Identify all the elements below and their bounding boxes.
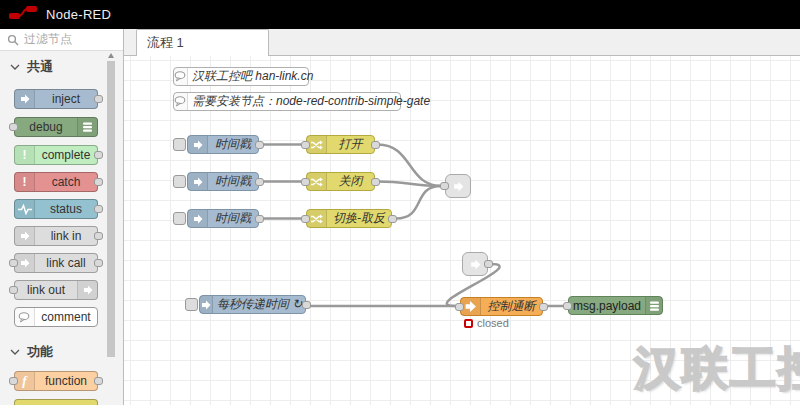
port[interactable] [94,205,103,213]
status-pulse-icon [15,200,35,218]
port[interactable] [539,303,548,311]
port[interactable] [94,259,103,267]
search-icon [7,34,19,46]
port[interactable] [301,178,310,186]
palette-node-complete[interactable]: ! complete [14,145,98,165]
change-node-open[interactable]: 打开 [306,135,375,154]
palette-category-common[interactable]: 共通 [0,57,123,77]
port[interactable] [440,182,449,190]
catch-exclamation-icon: ! [15,173,35,191]
palette-node-label: catch [35,173,97,191]
port[interactable] [371,178,380,186]
search-placeholder: 过滤节点 [24,31,72,48]
wire[interactable] [396,186,441,219]
link-out-node[interactable] [445,174,471,198]
scroll-up-icon[interactable] [108,53,114,58]
palette-node-partial[interactable] [14,399,98,405]
wire[interactable] [378,145,441,187]
palette-node-comment[interactable]: comment [14,307,98,327]
inject-arrow-icon [200,296,213,313]
change-label: 打开 [327,136,374,153]
palette-node-label: link in [35,227,97,245]
gate-node[interactable]: 控制通断 [460,297,543,316]
port[interactable] [255,215,264,223]
palette-node-status[interactable]: status [14,199,98,219]
inject-arrow-icon [188,173,208,190]
port[interactable] [9,259,18,267]
inject-label: 时间戳 [208,173,258,190]
port[interactable] [371,141,380,149]
link-arrow-icon [15,227,35,245]
inject-node[interactable]: 时间戳 [187,135,259,154]
gate-arrow-icon [461,298,481,315]
palette-node-label: function [35,372,97,390]
inject-button[interactable] [173,212,186,225]
palette-scrollbar[interactable] [106,53,116,405]
palette-search-input[interactable]: 过滤节点 [0,29,123,51]
palette-node-link-in[interactable]: link in [14,226,98,246]
inject-arrow-icon [188,210,208,227]
flow-canvas[interactable]: 汉联工控吧 han-link.cn 需要安装节点：node-red-contri… [124,56,800,405]
port[interactable] [94,95,103,103]
workspace-tabbar: 流程 1 [124,29,800,56]
palette-category-function[interactable]: 功能 [0,342,123,362]
palette-node-link-call[interactable]: link call [14,253,98,273]
port[interactable] [9,123,18,131]
comment-label: 需要安装节点：node-red-contrib-simple-gate [188,93,434,110]
link-arrow-icon [452,180,465,193]
debug-bars-icon [645,297,662,314]
comment-label: 汉联工控吧 han-link.cn [188,68,317,85]
change-label: 关闭 [327,173,374,190]
port[interactable] [455,303,464,311]
port[interactable] [255,141,264,149]
debug-node[interactable]: msg.payload [568,296,663,315]
palette-node-label: debug [15,118,77,136]
link-in-node[interactable] [462,252,488,276]
port[interactable] [94,151,103,159]
palette-node-function[interactable]: f function [14,371,98,391]
port[interactable] [94,178,103,186]
port[interactable] [9,286,18,294]
shuffle-icon [307,210,327,227]
palette-node-catch[interactable]: ! catch [14,172,98,192]
palette-node-debug[interactable]: debug [14,117,98,137]
port[interactable] [94,377,103,385]
palette-node-inject[interactable]: inject [14,89,98,109]
comment-bubble-icon [15,308,35,326]
inject-label: 时间戳 [208,210,258,227]
complete-exclamation-icon: ! [15,146,35,164]
port[interactable] [302,301,311,309]
inject-button[interactable] [173,175,186,188]
gate-label: 控制通断 [481,298,542,315]
comment-bubble-icon [174,68,188,85]
port[interactable] [255,178,264,186]
palette-node-label: complete [35,146,97,164]
port[interactable] [301,141,310,149]
inject-node[interactable]: 时间戳 [187,172,259,191]
shuffle-icon [307,173,327,190]
port[interactable] [301,215,310,223]
inject-button[interactable] [173,138,186,151]
comment-node[interactable]: 需要安装节点：node-red-contrib-simple-gate [173,92,401,111]
change-node-toggle[interactable]: 切换-取反 [306,209,392,228]
header-bar: Node-RED [0,0,800,29]
inject-label: 时间戳 [208,136,258,153]
port[interactable] [388,215,397,223]
inject-node-every-second[interactable]: 每秒传递时间 ↻ [199,295,306,314]
port[interactable] [9,377,18,385]
palette-node-link-out[interactable]: link out [14,280,98,300]
port[interactable] [563,302,572,310]
scrollbar-thumb[interactable] [107,61,115,357]
wire[interactable] [378,182,441,187]
link-arrow-icon [15,254,35,272]
comment-bubble-icon [174,93,188,110]
inject-node[interactable]: 时间戳 [187,209,259,228]
comment-node[interactable]: 汉联工控吧 han-link.cn [173,67,309,86]
tab-flow-1[interactable]: 流程 1 [136,29,269,56]
inject-label: 每秒传递时间 ↻ [213,296,306,313]
change-node-close[interactable]: 关闭 [306,172,375,191]
debug-bars-icon [77,118,97,136]
port[interactable] [94,232,103,240]
inject-button[interactable] [185,298,198,311]
port[interactable] [484,260,493,268]
